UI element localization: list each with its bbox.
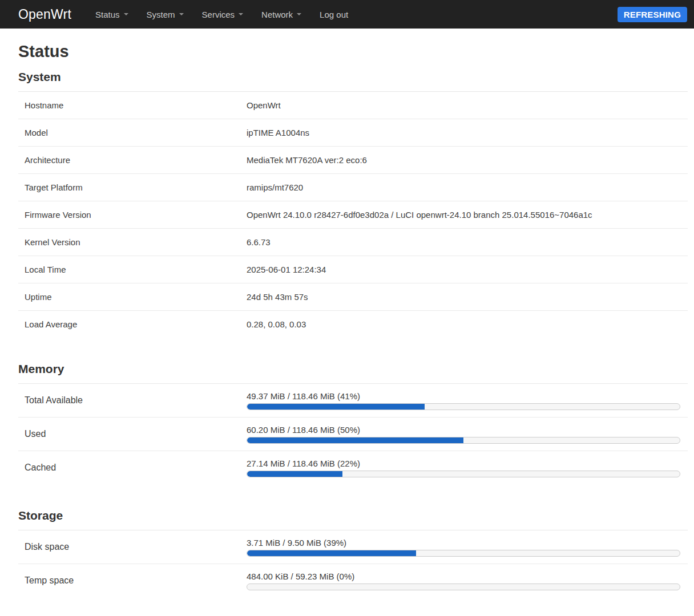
progress-value-text: 484.00 KiB / 59.23 MiB (0%) bbox=[247, 571, 680, 582]
row-value: OpenWrt bbox=[247, 99, 688, 111]
row-label: Local Time bbox=[18, 264, 247, 275]
nav-menu-network-label: Network bbox=[261, 10, 293, 19]
progress-bar-fill bbox=[247, 437, 463, 443]
brand-logo[interactable]: OpenWrt bbox=[18, 7, 71, 22]
progress-bar-track bbox=[247, 437, 680, 444]
row-label: Disk space bbox=[18, 542, 247, 552]
row-label: Used bbox=[18, 429, 247, 439]
row-value: 6.6.73 bbox=[247, 236, 688, 248]
table-row-temp-space: Temp space 484.00 KiB / 59.23 MiB (0%) bbox=[18, 564, 688, 597]
row-label: Firmware Version bbox=[18, 209, 247, 221]
row-value: OpenWrt 24.10.0 r28427-6df0e3d02a / LuCI… bbox=[247, 209, 688, 221]
chevron-down-icon bbox=[179, 13, 184, 15]
chevron-down-icon bbox=[297, 13, 301, 15]
progress-value-text: 3.71 MiB / 9.50 MiB (39%) bbox=[247, 537, 680, 548]
section-heading-system: System bbox=[18, 70, 688, 92]
table-row-model: Model ipTIME A1004ns bbox=[18, 119, 688, 147]
table-row-architecture: Architecture MediaTek MT7620A ver:2 eco:… bbox=[18, 147, 688, 174]
progress-cell: 27.14 MiB / 118.46 MiB (22%) bbox=[247, 458, 688, 477]
progress-value-text: 60.20 MiB / 118.46 MiB (50%) bbox=[247, 424, 680, 435]
row-label: Target Platform bbox=[18, 181, 247, 193]
progress-value-text: 27.14 MiB / 118.46 MiB (22%) bbox=[247, 458, 680, 469]
nav-menu-services-label: Services bbox=[202, 10, 235, 19]
row-label: Uptime bbox=[18, 291, 247, 303]
row-value: ramips/mt7620 bbox=[247, 181, 688, 193]
progress-cell: 49.37 MiB / 118.46 MiB (41%) bbox=[247, 391, 688, 410]
table-row-disk-space: Disk space 3.71 MiB / 9.50 MiB (39%) bbox=[18, 530, 688, 564]
progress-bar-fill bbox=[247, 471, 342, 477]
row-label: Cached bbox=[18, 463, 247, 473]
status-page: Status System Hostname OpenWrt Model ipT… bbox=[18, 41, 688, 616]
row-label: Temp space bbox=[18, 576, 247, 586]
chevron-down-icon bbox=[239, 13, 243, 15]
row-value: 24d 5h 43m 57s bbox=[247, 291, 688, 303]
nav-menu-logout-label: Log out bbox=[320, 10, 348, 19]
table-row-local-time: Local Time 2025-06-01 12:24:34 bbox=[18, 256, 688, 283]
row-label: Hostname bbox=[18, 99, 247, 111]
table-row-kernel-version: Kernel Version 6.6.73 bbox=[18, 229, 688, 256]
nav-menu-system[interactable]: System bbox=[138, 1, 193, 28]
nav-menu-logout[interactable]: Log out bbox=[310, 1, 357, 28]
progress-value-text: 49.37 MiB / 118.46 MiB (41%) bbox=[247, 391, 680, 402]
table-row-used: Used 60.20 MiB / 118.46 MiB (50%) bbox=[18, 418, 688, 451]
progress-bar-track bbox=[247, 471, 680, 477]
progress-cell: 3.71 MiB / 9.50 MiB (39%) bbox=[247, 537, 688, 557]
row-label: Model bbox=[18, 127, 247, 139]
table-row-total-available: Total Available 49.37 MiB / 118.46 MiB (… bbox=[18, 384, 688, 418]
row-value: 2025-06-01 12:24:34 bbox=[247, 264, 688, 275]
top-navbar: OpenWrt Status System Services Network L… bbox=[0, 0, 694, 29]
table-row-target-platform: Target Platform ramips/mt7620 bbox=[18, 174, 688, 201]
row-label: Architecture bbox=[18, 154, 247, 166]
section-heading-memory: Memory bbox=[18, 362, 688, 384]
progress-cell: 484.00 KiB / 59.23 MiB (0%) bbox=[247, 571, 688, 590]
storage-table: Disk space 3.71 MiB / 9.50 MiB (39%) Tem… bbox=[18, 530, 688, 597]
progress-bar-track bbox=[247, 583, 680, 590]
row-value: ipTIME A1004ns bbox=[247, 127, 688, 139]
table-row-uptime: Uptime 24d 5h 43m 57s bbox=[18, 283, 688, 311]
progress-bar-fill bbox=[247, 550, 416, 556]
system-table: Hostname OpenWrt Model ipTIME A1004ns Ar… bbox=[18, 92, 688, 338]
page-title: Status bbox=[18, 41, 688, 62]
progress-cell: 60.20 MiB / 118.46 MiB (50%) bbox=[247, 424, 688, 444]
progress-bar-fill bbox=[247, 404, 425, 410]
nav-menu-status-label: Status bbox=[95, 10, 120, 19]
nav-menu-network[interactable]: Network bbox=[252, 1, 310, 28]
row-label: Total Available bbox=[18, 395, 247, 406]
chevron-down-icon bbox=[124, 13, 128, 15]
memory-table: Total Available 49.37 MiB / 118.46 MiB (… bbox=[18, 384, 688, 484]
nav-menu-status[interactable]: Status bbox=[86, 1, 138, 28]
refreshing-indicator-button[interactable]: REFRESHING bbox=[618, 7, 687, 22]
table-row-load-average: Load Average 0.28, 0.08, 0.03 bbox=[18, 311, 688, 338]
progress-bar-track bbox=[247, 550, 680, 557]
table-row-firmware-version: Firmware Version OpenWrt 24.10.0 r28427-… bbox=[18, 201, 688, 229]
progress-bar-track bbox=[247, 403, 680, 410]
row-value: 0.28, 0.08, 0.03 bbox=[247, 318, 688, 330]
row-value: MediaTek MT7620A ver:2 eco:6 bbox=[247, 154, 688, 166]
row-label: Load Average bbox=[18, 318, 247, 330]
row-label: Kernel Version bbox=[18, 236, 247, 248]
section-heading-storage: Storage bbox=[18, 508, 688, 530]
nav-menu-system-label: System bbox=[147, 10, 175, 19]
table-row-cached: Cached 27.14 MiB / 118.46 MiB (22%) bbox=[18, 451, 688, 484]
nav-menu-services[interactable]: Services bbox=[193, 1, 253, 28]
table-row-hostname: Hostname OpenWrt bbox=[18, 92, 688, 119]
